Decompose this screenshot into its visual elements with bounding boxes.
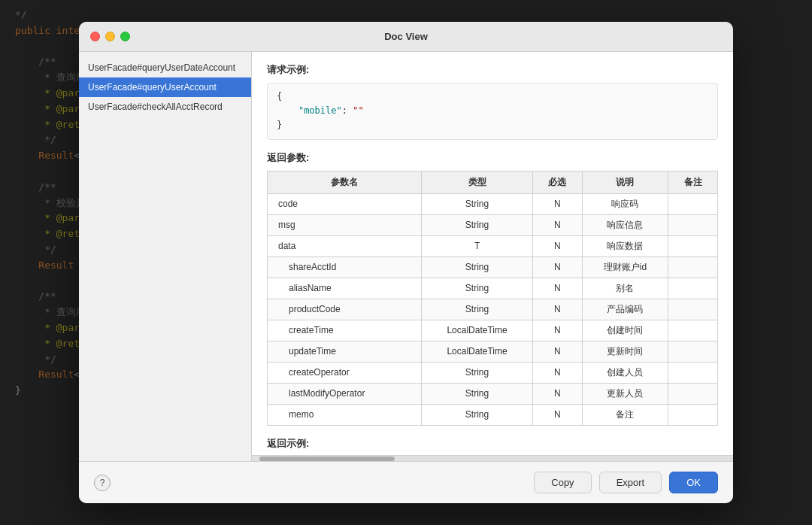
sidebar-item-queryUserAccount[interactable]: UserFacade#queryUserAccount xyxy=(79,77,251,97)
cell-remark xyxy=(668,362,718,383)
cell-desc: 别名 xyxy=(582,278,668,299)
modal-overlay: Doc View UserFacade#queryUserDateAccount… xyxy=(0,0,812,525)
cell-name: createOperator xyxy=(268,362,422,383)
cell-type: String xyxy=(422,362,533,383)
cell-type: String xyxy=(422,256,533,278)
request-section-title: 请求示例: xyxy=(267,63,718,77)
cell-type: String xyxy=(422,383,533,404)
cell-type: String xyxy=(422,278,533,299)
table-row: aliasName String N 别名 xyxy=(268,278,718,299)
cell-desc: 创建人员 xyxy=(582,362,668,383)
cell-required: N xyxy=(533,404,583,425)
cell-required: N xyxy=(533,299,583,320)
help-button[interactable]: ? xyxy=(94,475,111,491)
cell-remark xyxy=(668,299,718,320)
close-button[interactable] xyxy=(90,32,100,41)
cell-desc: 产品编码 xyxy=(582,299,668,320)
cell-desc: 创建时间 xyxy=(582,320,668,341)
export-button[interactable]: Export xyxy=(599,472,662,493)
cell-name: createTime xyxy=(268,320,422,341)
return-example-title: 返回示例: xyxy=(267,437,718,451)
cell-remark xyxy=(668,193,718,214)
table-row: msg String N 响应信息 xyxy=(268,214,718,235)
cell-remark xyxy=(668,235,718,256)
table-row: createOperator String N 创建人员 xyxy=(268,362,718,383)
copy-button[interactable]: Copy xyxy=(534,472,591,493)
cell-type: LocalDateTime xyxy=(422,341,533,362)
col-header-desc: 说明 xyxy=(582,171,668,193)
cell-type: String xyxy=(422,299,533,320)
sidebar: UserFacade#queryUserDateAccount UserFaca… xyxy=(79,52,252,461)
ok-button[interactable]: OK xyxy=(669,472,718,493)
cell-type: String xyxy=(422,404,533,425)
cell-remark xyxy=(668,256,718,278)
title-bar: Doc View xyxy=(79,22,733,52)
table-row: productCode String N 产品编码 xyxy=(268,299,718,320)
minimize-button[interactable] xyxy=(105,32,115,41)
modal-footer: ? Copy Export OK xyxy=(79,461,733,503)
cell-required: N xyxy=(533,278,583,299)
cell-desc: 响应码 xyxy=(582,193,668,214)
cell-desc: 响应信息 xyxy=(582,214,668,235)
cell-desc: 理财账户id xyxy=(582,256,668,278)
return-params-title: 返回参数: xyxy=(267,151,718,165)
cell-remark xyxy=(668,404,718,425)
col-header-required: 必选 xyxy=(533,171,583,193)
maximize-button[interactable] xyxy=(120,32,130,41)
table-row: shareAcctId String N 理财账户id xyxy=(268,256,718,278)
cell-name: lastModifyOperator xyxy=(268,383,422,404)
cell-required: N xyxy=(533,193,583,214)
cell-desc: 备注 xyxy=(582,404,668,425)
cell-name: data xyxy=(268,235,422,256)
cell-type: LocalDateTime xyxy=(422,320,533,341)
cell-desc: 响应数据 xyxy=(582,235,668,256)
modal-title: Doc View xyxy=(384,31,428,42)
col-header-type: 类型 xyxy=(422,171,533,193)
cell-name: msg xyxy=(268,214,422,235)
traffic-lights xyxy=(90,32,130,41)
cell-name: productCode xyxy=(268,299,422,320)
cell-remark xyxy=(668,341,718,362)
cell-required: N xyxy=(533,341,583,362)
params-table: 参数名 类型 必选 说明 备注 code String N 响应码 msg xyxy=(267,171,718,426)
cell-name: updateTime xyxy=(268,341,422,362)
cell-name: memo xyxy=(268,404,422,425)
cell-name: aliasName xyxy=(268,278,422,299)
doc-view-modal: Doc View UserFacade#queryUserDateAccount… xyxy=(79,22,733,503)
table-row: code String N 响应码 xyxy=(268,193,718,214)
cell-desc: 更新时间 xyxy=(582,341,668,362)
table-row: memo String N 备注 xyxy=(268,404,718,425)
cell-required: N xyxy=(533,214,583,235)
cell-remark xyxy=(668,320,718,341)
scroll-thumb[interactable] xyxy=(259,457,395,461)
cell-required: N xyxy=(533,256,583,278)
modal-body: UserFacade#queryUserDateAccount UserFaca… xyxy=(79,52,733,461)
cell-remark xyxy=(668,383,718,404)
cell-remark xyxy=(668,214,718,235)
content-area: 请求示例: { "mobile": "" } 返回参数: 参数名 类型 xyxy=(252,52,733,455)
cell-required: N xyxy=(533,320,583,341)
table-row: lastModifyOperator String N 更新人员 xyxy=(268,383,718,404)
horizontal-scrollbar[interactable] xyxy=(252,455,733,461)
cell-required: N xyxy=(533,235,583,256)
cell-type: String xyxy=(422,214,533,235)
cell-name: code xyxy=(268,193,422,214)
cell-type: String xyxy=(422,193,533,214)
table-row: data T N 响应数据 xyxy=(268,235,718,256)
cell-name: shareAcctId xyxy=(268,256,422,278)
col-header-remark: 备注 xyxy=(668,171,718,193)
cell-required: N xyxy=(533,383,583,404)
cell-type: T xyxy=(422,235,533,256)
request-example: { "mobile": "" } xyxy=(267,83,718,140)
sidebar-item-queryUserDateAccount[interactable]: UserFacade#queryUserDateAccount xyxy=(79,58,251,77)
cell-required: N xyxy=(533,362,583,383)
cell-remark xyxy=(668,278,718,299)
table-row: updateTime LocalDateTime N 更新时间 xyxy=(268,341,718,362)
col-header-name: 参数名 xyxy=(268,171,422,193)
table-row: createTime LocalDateTime N 创建时间 xyxy=(268,320,718,341)
sidebar-item-checkAllAcctRecord[interactable]: UserFacade#checkAllAcctRecord xyxy=(79,97,251,117)
cell-desc: 更新人员 xyxy=(582,383,668,404)
